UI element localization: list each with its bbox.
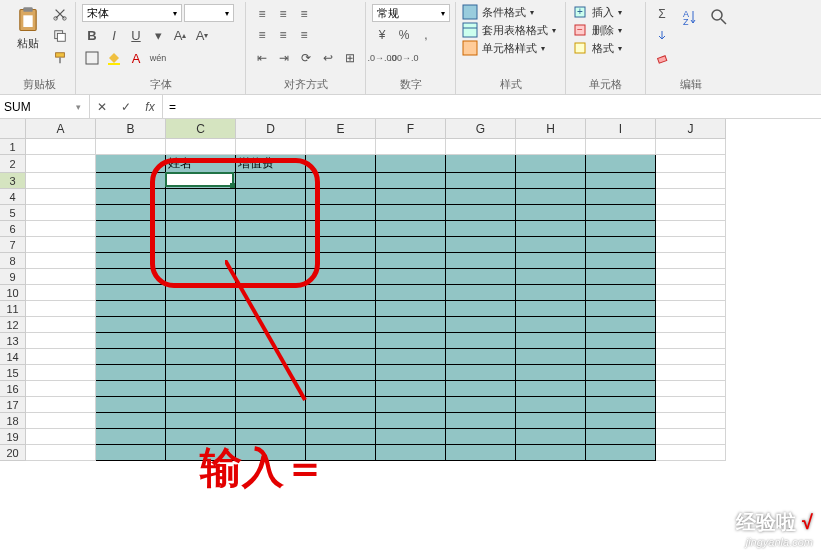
cell[interactable]: [96, 349, 166, 365]
cell[interactable]: [446, 349, 516, 365]
copy-button[interactable]: [50, 26, 70, 46]
row-header-13[interactable]: 13: [0, 333, 26, 349]
cell[interactable]: [236, 189, 306, 205]
cell[interactable]: [26, 397, 96, 413]
cell[interactable]: [166, 445, 236, 461]
cell[interactable]: [376, 253, 446, 269]
number-format-combo[interactable]: 常规▾: [372, 4, 450, 22]
increase-font-button[interactable]: A▴: [170, 25, 190, 45]
cell[interactable]: 姓名: [166, 155, 236, 173]
table-format-button[interactable]: 套用表格格式▾: [462, 22, 559, 38]
orientation-button[interactable]: ⟳: [296, 48, 316, 68]
cell[interactable]: [446, 317, 516, 333]
format-painter-button[interactable]: [50, 48, 70, 68]
col-header-J[interactable]: J: [656, 119, 726, 139]
cell[interactable]: [586, 445, 656, 461]
cell[interactable]: [166, 397, 236, 413]
row-header-18[interactable]: 18: [0, 413, 26, 429]
cell[interactable]: [586, 221, 656, 237]
cell[interactable]: [586, 155, 656, 173]
col-header-E[interactable]: E: [306, 119, 376, 139]
cell[interactable]: [166, 429, 236, 445]
cell[interactable]: [586, 413, 656, 429]
paste-button[interactable]: 粘贴: [10, 4, 46, 53]
cell[interactable]: [236, 253, 306, 269]
align-center-button[interactable]: ≡: [273, 25, 293, 45]
cell[interactable]: [166, 285, 236, 301]
cell[interactable]: [306, 285, 376, 301]
cell[interactable]: [656, 155, 726, 173]
cell[interactable]: [166, 413, 236, 429]
cell[interactable]: [586, 301, 656, 317]
cell[interactable]: [376, 155, 446, 173]
cell[interactable]: [656, 301, 726, 317]
cell[interactable]: [236, 173, 306, 189]
row-header-20[interactable]: 20: [0, 445, 26, 461]
cell[interactable]: [26, 301, 96, 317]
cell[interactable]: [446, 429, 516, 445]
cell[interactable]: [586, 381, 656, 397]
cell[interactable]: [26, 139, 96, 155]
cell[interactable]: [586, 173, 656, 189]
font-name-combo[interactable]: 宋体▾: [82, 4, 182, 22]
cell[interactable]: [306, 253, 376, 269]
cell[interactable]: [376, 445, 446, 461]
cell[interactable]: [446, 189, 516, 205]
spreadsheet-grid[interactable]: ABCDEFGHIJ 12345678910111213141516171819…: [0, 119, 821, 461]
cell[interactable]: [236, 333, 306, 349]
cell[interactable]: [376, 221, 446, 237]
cell[interactable]: [376, 189, 446, 205]
font-color-button[interactable]: A: [126, 48, 146, 68]
decrease-font-button[interactable]: A▾: [192, 25, 212, 45]
cell[interactable]: =: [166, 173, 236, 189]
cell[interactable]: [656, 397, 726, 413]
cell[interactable]: [236, 139, 306, 155]
cell[interactable]: [306, 205, 376, 221]
cell[interactable]: [96, 317, 166, 333]
cell[interactable]: [166, 381, 236, 397]
cell[interactable]: [656, 317, 726, 333]
cell[interactable]: [656, 349, 726, 365]
cell[interactable]: [96, 221, 166, 237]
cell[interactable]: [26, 445, 96, 461]
row-header-17[interactable]: 17: [0, 397, 26, 413]
cell[interactable]: [26, 413, 96, 429]
col-header-B[interactable]: B: [96, 119, 166, 139]
cell[interactable]: [166, 221, 236, 237]
cell[interactable]: [306, 445, 376, 461]
font-size-combo[interactable]: ▾: [184, 4, 234, 22]
cell[interactable]: [376, 139, 446, 155]
conditional-format-button[interactable]: 条件格式▾: [462, 4, 559, 20]
phonetic-button[interactable]: wén: [148, 48, 168, 68]
cell[interactable]: [96, 397, 166, 413]
cell[interactable]: [376, 205, 446, 221]
cell[interactable]: [166, 317, 236, 333]
col-header-H[interactable]: H: [516, 119, 586, 139]
cell[interactable]: [166, 333, 236, 349]
cell[interactable]: [656, 445, 726, 461]
cell[interactable]: [376, 429, 446, 445]
fill-button[interactable]: [652, 26, 672, 46]
cell[interactable]: [446, 445, 516, 461]
cell[interactable]: [236, 429, 306, 445]
cell[interactable]: [446, 221, 516, 237]
cell[interactable]: [586, 317, 656, 333]
underline-button[interactable]: U: [126, 25, 146, 45]
borders-button[interactable]: [82, 48, 102, 68]
cell[interactable]: [656, 333, 726, 349]
row-header-10[interactable]: 10: [0, 285, 26, 301]
cell[interactable]: [516, 237, 586, 253]
cell[interactable]: [26, 429, 96, 445]
cell[interactable]: [306, 429, 376, 445]
cell[interactable]: [516, 301, 586, 317]
bold-button[interactable]: B: [82, 25, 102, 45]
cell[interactable]: [166, 205, 236, 221]
cell[interactable]: [656, 429, 726, 445]
cell[interactable]: [376, 285, 446, 301]
cell[interactable]: [96, 189, 166, 205]
row-header-7[interactable]: 7: [0, 237, 26, 253]
align-top-button[interactable]: ≡: [252, 4, 272, 24]
cell[interactable]: [96, 269, 166, 285]
cell[interactable]: [656, 285, 726, 301]
cell[interactable]: [656, 269, 726, 285]
